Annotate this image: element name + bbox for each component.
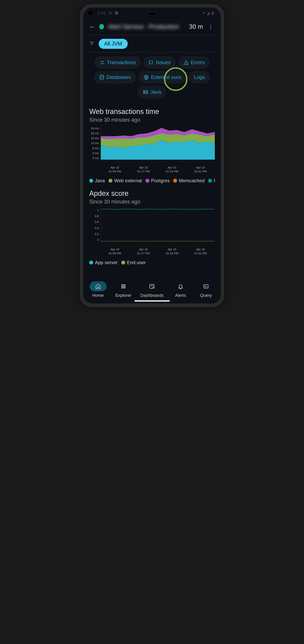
entity-hex-icon (99, 24, 104, 29)
svg-rect-3 (149, 61, 152, 64)
chart1-x-axis: Apr 1001:09 PMApr 1001:17 PMApr 1001:24 … (89, 166, 215, 173)
svg-point-33 (123, 288, 124, 288)
legend-label: End user (127, 260, 146, 265)
chip-external-svcs[interactable]: External svcs (139, 71, 186, 83)
home-indicator[interactable] (135, 300, 170, 302)
nav-label: Home (92, 293, 104, 298)
legend-dot (208, 179, 212, 183)
svg-point-34 (125, 288, 125, 288)
svg-point-30 (123, 286, 124, 287)
filter-bar: All JVM (83, 35, 221, 52)
terminal-icon (203, 284, 209, 289)
phone-screen: 1:41 ⚙ ⬣ ▾ ◢ ▮ ← Alert Service · Product… (83, 8, 221, 304)
chart-web-transactions[interactable]: 24 ms20 ms16 ms12 ms8 ms4 ms0 ms (89, 126, 215, 164)
nav-explorer[interactable]: Explorer (115, 282, 132, 298)
battery-icon: ▮ (211, 10, 214, 16)
bell-icon (178, 284, 183, 289)
legend-item[interactable]: Re (208, 178, 215, 184)
app-title[interactable]: Alert Service · Production (108, 23, 185, 30)
nav-label: Dashboards (140, 293, 164, 298)
svg-point-28 (125, 284, 125, 286)
speaker-cutout (149, 13, 155, 15)
navigation-chips: Transactions Issues Errors Databases Ext… (83, 52, 221, 100)
chart2-legend: App serverEnd user (89, 260, 215, 265)
chip-label: Issues (156, 60, 170, 66)
more-menu-icon[interactable]: ⋯ (208, 23, 214, 31)
legend-label: Memcached (179, 178, 205, 184)
svg-point-6 (186, 64, 186, 64)
back-arrow-icon[interactable]: ← (89, 24, 95, 30)
chart1-title: Web transactions time (89, 108, 215, 116)
chip-errors[interactable]: Errors (178, 56, 210, 68)
svg-point-29 (122, 286, 123, 287)
nav-label: Alerts (175, 293, 186, 298)
legend-item[interactable]: End user (121, 260, 146, 265)
legend-label: Re (214, 178, 215, 184)
nav-alerts[interactable]: Alerts (172, 282, 189, 298)
chart-apdex[interactable]: 10.80.60.40.20 (89, 208, 215, 246)
wifi-icon: ▾ (203, 10, 205, 16)
status-time: 1:41 (98, 10, 106, 16)
camera-cutout (88, 11, 93, 15)
legend-dot (121, 260, 125, 264)
chip-java[interactable]: Java (138, 86, 166, 98)
status-bar: 1:41 ⚙ ⬣ ▾ ◢ ▮ (83, 8, 221, 18)
chart2-plot (101, 208, 215, 242)
nav-label: Explorer (115, 293, 132, 298)
time-range-selector[interactable]: 30 m (189, 23, 203, 30)
nav-label: Query (200, 293, 212, 298)
home-icon (95, 284, 101, 289)
chart1-legend: JavaWeb externalPostgresMemcachedRe (89, 178, 215, 184)
chart1-subtitle: Since 30 minutes ago (89, 117, 215, 123)
svg-rect-37 (204, 284, 208, 288)
grid-icon (121, 284, 126, 289)
chip-label: Databases (107, 74, 131, 80)
legend-dot (109, 179, 112, 183)
chart1-plot (101, 126, 215, 160)
chip-logs[interactable]: Logs (189, 71, 210, 83)
legend-item[interactable]: Memcached (173, 178, 205, 184)
filter-icon[interactable] (89, 41, 94, 47)
legend-item[interactable]: App server (89, 260, 118, 265)
chip-label: Logs (194, 74, 205, 80)
svg-point-26 (122, 284, 123, 286)
legend-label: Java (95, 178, 105, 184)
nav-home[interactable]: Home (90, 282, 107, 298)
dashboard-icon (149, 284, 155, 289)
content-scroll[interactable]: Web transactions time Since 30 minutes a… (83, 100, 221, 278)
legend-dot (173, 179, 177, 183)
svg-point-32 (122, 288, 123, 288)
chart1-y-axis: 24 ms20 ms16 ms12 ms8 ms4 ms0 ms (89, 126, 100, 160)
svg-point-27 (123, 284, 124, 286)
legend-item[interactable]: Postgres (146, 178, 170, 184)
chip-databases[interactable]: Databases (94, 71, 136, 83)
gear-icon: ⚙ (108, 10, 112, 16)
chip-issues[interactable]: Issues (144, 56, 175, 68)
chart2-subtitle: Since 30 minutes ago (89, 199, 215, 205)
svg-rect-35 (150, 284, 154, 288)
legend-dot (146, 179, 149, 183)
chart2-y-axis: 10.80.60.40.20 (89, 208, 100, 242)
phone-frame: 1:41 ⚙ ⬣ ▾ ◢ ▮ ← Alert Service · Product… (80, 4, 224, 307)
legend-item[interactable]: Web external (109, 178, 142, 184)
legend-item[interactable]: Java (89, 178, 105, 184)
legend-label: Web external (114, 178, 142, 184)
chart2-title: Apdex score (89, 189, 215, 198)
chip-transactions[interactable]: Transactions (95, 56, 141, 68)
nav-query[interactable]: Query (197, 282, 214, 298)
legend-dot (89, 260, 93, 264)
legend-label: App server (95, 260, 118, 265)
bottom-navigation: Home Explorer Dashboards Alerts Query (83, 278, 221, 304)
shield-icon: ⬣ (115, 10, 118, 16)
signal-icon: ◢ (206, 10, 210, 16)
svg-point-31 (125, 286, 125, 287)
nav-dashboards[interactable]: Dashboards (140, 282, 164, 298)
chip-label: Errors (191, 60, 205, 66)
chart2-x-axis: Apr 1001:09 PMApr 1001:17 PMApr 1001:24 … (89, 248, 215, 255)
legend-label: Postgres (151, 178, 170, 184)
filter-pill-jvm[interactable]: All JVM (99, 39, 128, 49)
app-header: ← Alert Service · Production 30 m ⋯ (83, 18, 221, 35)
chip-label: External svcs (151, 74, 181, 80)
svg-point-11 (144, 91, 144, 91)
chip-label: Java (150, 89, 161, 95)
